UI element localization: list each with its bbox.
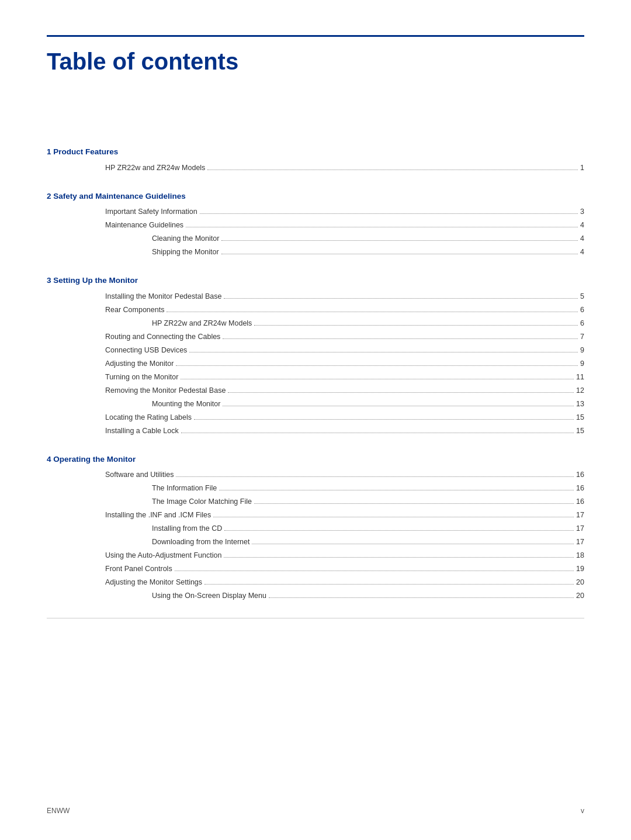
toc-page-number: 17	[576, 536, 584, 548]
toc-entry-text: Downloading from the Internet	[47, 536, 249, 548]
toc-entry-text: The Information File	[47, 482, 217, 494]
toc-entry: Using the On-Screen Display Menu20	[47, 590, 584, 602]
toc-dots	[194, 419, 574, 420]
footer-right: v	[581, 806, 584, 817]
toc-dots	[176, 365, 578, 366]
section-heading-4: 4 Operating the Monitor	[47, 453, 584, 466]
toc-dots	[186, 227, 578, 227]
toc-page-number: 7	[580, 331, 584, 343]
toc-entry: Installing the .INF and .ICM Files17	[47, 509, 584, 521]
toc-entry-text: Adjusting the Monitor Settings	[47, 576, 202, 588]
toc-entry: HP ZR22w and ZR24w Models1	[47, 162, 584, 174]
toc-entry-text: Routing and Connecting the Cables	[47, 331, 220, 343]
footer: ENWW v	[47, 806, 584, 817]
section-4: 4 Operating the MonitorSoftware and Util…	[47, 453, 584, 602]
toc-entry: Removing the Monitor Pedestal Base12	[47, 385, 584, 396]
toc-entry: Front Panel Controls19	[47, 563, 584, 575]
toc-entry-text: Mounting the Monitor	[47, 398, 220, 410]
toc-dots	[167, 312, 578, 312]
toc-entry: The Information File16	[47, 482, 584, 494]
toc-dots	[252, 544, 574, 544]
toc-entry: Installing the Monitor Pedestal Base5	[47, 291, 584, 302]
toc-dots	[189, 352, 578, 352]
toc-page-number: 4	[580, 219, 584, 231]
toc-entry: HP ZR22w and ZR24w Models6	[47, 317, 584, 329]
toc-page-number: 16	[576, 482, 584, 494]
toc-page-number: 6	[580, 304, 584, 316]
toc-dots	[223, 338, 578, 339]
toc-page-number: 12	[576, 385, 584, 396]
toc-entry: Locating the Rating Labels15	[47, 412, 584, 423]
toc-entry: Routing and Connecting the Cables7	[47, 331, 584, 343]
page-title: Table of contents	[47, 47, 584, 75]
page-container: Table of contents 1 Product FeaturesHP Z…	[0, 0, 631, 840]
toc-page-number: 16	[576, 496, 584, 507]
section-heading-3: 3 Setting Up the Monitor	[47, 274, 584, 287]
toc-page-number: 9	[580, 344, 584, 356]
toc-entry-text: Using the On-Screen Display Menu	[47, 590, 266, 602]
toc-entry-text: HP ZR22w and ZR24w Models	[47, 162, 205, 174]
toc-dots	[219, 490, 574, 490]
toc-dots	[204, 584, 574, 585]
toc-entry: Installing from the CD17	[47, 523, 584, 534]
section-1: 1 Product FeaturesHP ZR22w and ZR24w Mod…	[47, 146, 584, 174]
toc-page-number: 17	[576, 509, 584, 521]
toc-entry: Adjusting the Monitor9	[47, 358, 584, 369]
toc-entry: Cleaning the Monitor4	[47, 233, 584, 244]
toc-dots	[221, 254, 578, 254]
toc-page-number: 15	[576, 412, 584, 423]
toc-page-number: 13	[576, 398, 584, 410]
footer-left: ENWW	[47, 806, 70, 817]
toc-entry-text: Locating the Rating Labels	[47, 412, 192, 423]
toc-page-number: 19	[576, 563, 584, 575]
toc-entry-text: Important Safety Information	[47, 206, 197, 217]
toc-entry: Rear Components6	[47, 304, 584, 316]
toc-entry-text: Installing the .INF and .ICM Files	[47, 509, 211, 521]
toc-entry: Downloading from the Internet17	[47, 536, 584, 548]
toc-dots	[228, 392, 574, 393]
toc-dots	[224, 530, 574, 531]
toc-entry-text: Cleaning the Monitor	[47, 233, 219, 244]
toc-page-number: 20	[576, 576, 584, 588]
toc-entry: Installing a Cable Lock15	[47, 425, 584, 437]
toc-entry-text: Maintenance Guidelines	[47, 219, 183, 231]
toc-dots	[200, 213, 578, 214]
toc-dots	[181, 379, 574, 379]
section-heading-2: 2 Safety and Maintenance Guidelines	[47, 190, 584, 203]
toc-dots	[223, 406, 574, 406]
toc-dots	[269, 597, 574, 598]
toc-entry-text: HP ZR22w and ZR24w Models	[47, 317, 252, 329]
toc-entry-text: Shipping the Monitor	[47, 246, 219, 258]
toc-entry-text: Installing the Monitor Pedestal Base	[47, 291, 221, 302]
toc-entry: Important Safety Information3	[47, 206, 584, 217]
toc-entry: Software and Utilities16	[47, 469, 584, 481]
toc-entry-text: Rear Components	[47, 304, 164, 316]
toc-dots	[207, 170, 578, 170]
toc-entry-text: Turning on the Monitor	[47, 371, 178, 383]
toc-entry-text: Adjusting the Monitor	[47, 358, 174, 369]
toc-dots	[175, 571, 574, 571]
toc-dots	[224, 298, 578, 299]
toc-entry-text: Software and Utilities	[47, 469, 174, 481]
toc-page-number: 20	[576, 590, 584, 602]
toc-entry-text: Connecting USB Devices	[47, 344, 187, 356]
toc-entry-text: Front Panel Controls	[47, 563, 172, 575]
toc-dots	[181, 433, 574, 433]
toc-entry-text: Using the Auto-Adjustment Function	[47, 549, 221, 561]
section-2: 2 Safety and Maintenance GuidelinesImpor…	[47, 190, 584, 258]
section-3: 3 Setting Up the MonitorInstalling the M…	[47, 274, 584, 437]
toc-page-number: 9	[580, 358, 584, 369]
toc-page-number: 18	[576, 549, 584, 561]
toc-entry: Turning on the Monitor11	[47, 371, 584, 383]
toc-page-number: 17	[576, 523, 584, 534]
toc-page-number: 3	[580, 206, 584, 217]
toc-page-number: 16	[576, 469, 584, 481]
top-border	[47, 35, 584, 37]
toc-entry: The Image Color Matching File16	[47, 496, 584, 507]
toc-page-number: 6	[580, 317, 584, 329]
toc-entry: Connecting USB Devices9	[47, 344, 584, 356]
toc-dots	[176, 476, 574, 477]
toc-entry-text: The Image Color Matching File	[47, 496, 252, 507]
toc-dots	[213, 517, 574, 517]
toc-entry-text: Removing the Monitor Pedestal Base	[47, 385, 226, 396]
